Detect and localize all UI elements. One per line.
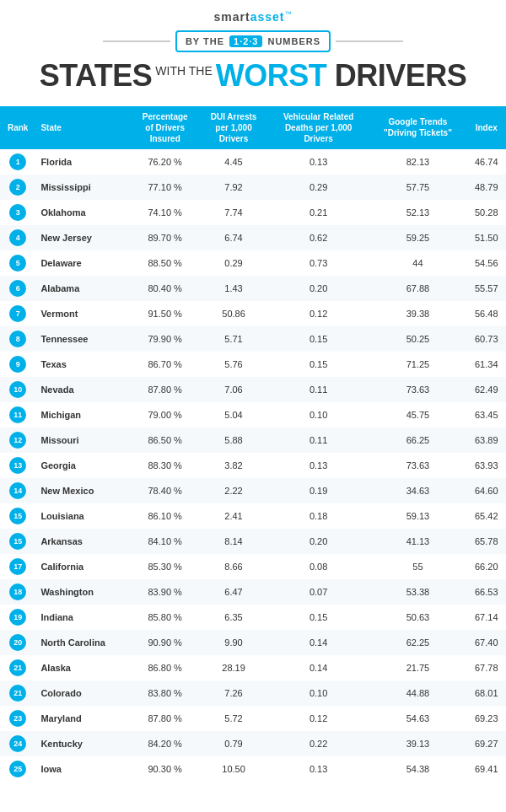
cell-deaths: 0.15 <box>268 605 369 630</box>
table-row: 25Iowa90.30 %10.500.1354.3869.41 <box>0 756 506 782</box>
cell-rank: 25 <box>0 756 35 782</box>
col-deaths: Vehicular RelatedDeaths per 1,000Drivers <box>268 106 369 149</box>
cell-google: 55 <box>369 554 466 579</box>
table-row: 13Georgia88.30 %3.820.1373.6363.93 <box>0 453 506 478</box>
cell-dui: 6.74 <box>199 225 268 250</box>
table-row: 2Mississippi77.10 %7.920.2957.7548.79 <box>0 175 506 200</box>
cell-google: 54.38 <box>369 756 466 782</box>
cell-deaths: 0.10 <box>268 680 369 706</box>
cell-deaths: 0.14 <box>268 630 369 655</box>
cell-rank: 19 <box>0 605 35 630</box>
rank-badge: 4 <box>9 229 26 246</box>
cell-deaths: 0.11 <box>268 428 369 453</box>
table-row: 21Alaska86.80 %28.190.1421.7567.78 <box>0 655 506 680</box>
cell-rank: 10 <box>0 377 35 402</box>
cell-rank: 12 <box>0 428 35 453</box>
cell-google: 62.25 <box>369 630 466 655</box>
cell-google: 41.13 <box>369 529 466 554</box>
rank-badge: 1 <box>9 153 26 170</box>
table-row: 6Alabama80.40 %1.430.2067.8855.57 <box>0 276 506 301</box>
rank-badge: 8 <box>9 331 26 347</box>
cell-google: 44 <box>369 250 466 276</box>
cell-deaths: 0.13 <box>268 453 369 478</box>
cell-rank: 3 <box>0 200 35 225</box>
cell-dui: 1.43 <box>199 276 268 301</box>
cell-state: Nevada <box>35 377 131 402</box>
cell-index: 67.40 <box>467 630 506 655</box>
cell-deaths: 0.12 <box>268 301 369 326</box>
cell-index: 66.53 <box>467 579 506 605</box>
cell-pct: 90.90 % <box>131 630 199 655</box>
cell-rank: 11 <box>0 402 35 428</box>
cell-state: Michigan <box>35 402 131 428</box>
rank-badge: 14 <box>9 482 26 499</box>
col-state: State <box>35 106 131 149</box>
cell-state: Texas <box>35 352 131 377</box>
cell-pct: 84.10 % <box>131 529 199 554</box>
cell-pct: 76.20 % <box>131 149 199 175</box>
cell-deaths: 0.07 <box>268 579 369 605</box>
rank-badge: 15 <box>9 533 26 550</box>
cell-google: 59.13 <box>369 503 466 529</box>
cell-deaths: 0.18 <box>268 503 369 529</box>
cell-deaths: 0.22 <box>268 731 369 756</box>
rank-badge: 21 <box>9 685 26 702</box>
cell-index: 69.27 <box>467 731 506 756</box>
cell-state: North Carolina <box>35 630 131 655</box>
rank-badge: 24 <box>9 735 26 752</box>
by-the-text: BY THE <box>186 36 224 46</box>
table-row: 18Washington83.90 %6.470.0753.3866.53 <box>0 579 506 605</box>
cell-state: Indiana <box>35 605 131 630</box>
cell-index: 50.28 <box>467 200 506 225</box>
cell-deaths: 0.13 <box>268 756 369 782</box>
cell-pct: 86.80 % <box>131 655 199 680</box>
cell-pct: 83.90 % <box>131 579 199 605</box>
rank-badge: 23 <box>9 710 26 727</box>
cell-rank: 15 <box>0 503 35 529</box>
table-row: 7Vermont91.50 %50.860.1239.3856.48 <box>0 301 506 326</box>
cell-google: 44.88 <box>369 680 466 706</box>
table-row: 10Nevada87.80 %7.060.1173.6362.49 <box>0 377 506 402</box>
cell-state: Washington <box>35 579 131 605</box>
main-title: STATESWITH THEWORST DRIVERS <box>0 59 506 93</box>
number-badge: 1·2·3 <box>229 35 262 47</box>
cell-index: 64.60 <box>467 478 506 503</box>
logo: smartasset™ <box>0 10 506 24</box>
rank-badge: 12 <box>9 432 26 449</box>
cell-dui: 8.66 <box>199 554 268 579</box>
cell-google: 50.25 <box>369 326 466 352</box>
cell-index: 51.50 <box>467 225 506 250</box>
cell-state: Louisiana <box>35 503 131 529</box>
table-row: 23Maryland87.80 %5.720.1254.6369.23 <box>0 706 506 731</box>
cell-dui: 3.82 <box>199 453 268 478</box>
cell-state: Florida <box>35 149 131 175</box>
cell-dui: 10.50 <box>199 756 268 782</box>
cell-google: 45.75 <box>369 402 466 428</box>
cell-rank: 15 <box>0 529 35 554</box>
header-section: smartasset™ BY THE 1·2·3 NUMBERS STATESW… <box>0 0 506 106</box>
cell-index: 69.23 <box>467 706 506 731</box>
cell-state: Maryland <box>35 706 131 731</box>
cell-state: Kentucky <box>35 731 131 756</box>
cell-rank: 4 <box>0 225 35 250</box>
cell-index: 67.78 <box>467 655 506 680</box>
cell-pct: 88.50 % <box>131 250 199 276</box>
table-row: 15Arkansas84.10 %8.140.2041.1365.78 <box>0 529 506 554</box>
cell-rank: 14 <box>0 478 35 503</box>
table-row: 17California85.30 %8.660.085566.20 <box>0 554 506 579</box>
cell-pct: 86.10 % <box>131 503 199 529</box>
col-google: Google Trends"Driving Tickets" <box>369 106 466 149</box>
cell-rank: 17 <box>0 554 35 579</box>
rank-badge: 10 <box>9 381 26 398</box>
cell-rank: 9 <box>0 352 35 377</box>
cell-state: Vermont <box>35 301 131 326</box>
cell-rank: 23 <box>0 706 35 731</box>
cell-state: Alabama <box>35 276 131 301</box>
cell-rank: 21 <box>0 655 35 680</box>
cell-pct: 85.80 % <box>131 605 199 630</box>
table-row: 4New Jersey89.70 %6.740.6259.2551.50 <box>0 225 506 250</box>
cell-dui: 6.35 <box>199 605 268 630</box>
title-worst: WORST <box>216 58 326 93</box>
cell-rank: 1 <box>0 149 35 175</box>
cell-pct: 77.10 % <box>131 175 199 200</box>
